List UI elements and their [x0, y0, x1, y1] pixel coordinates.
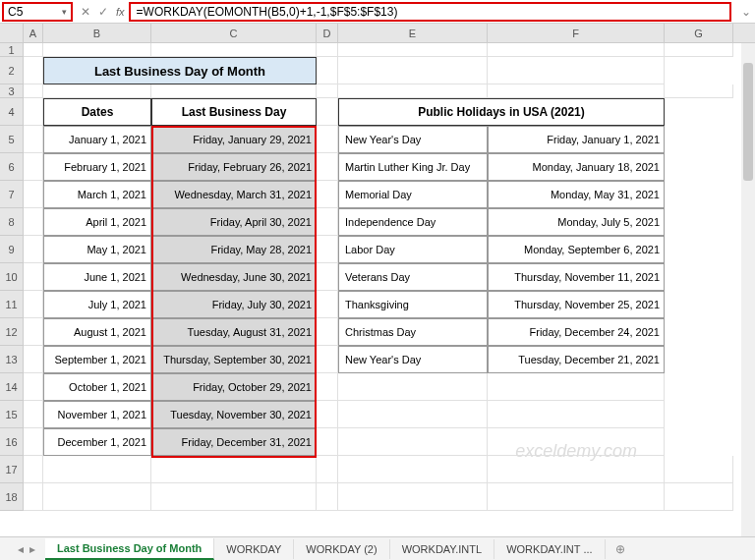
select-all-corner[interactable] — [0, 24, 24, 42]
holiday-name-cell[interactable]: Thanksgiving — [338, 291, 488, 318]
cell[interactable] — [317, 84, 338, 98]
header-holidays[interactable]: Public Holidays in USA (2021) — [338, 98, 665, 126]
col-header-a[interactable]: A — [24, 24, 43, 42]
chevron-down-icon[interactable]: ▾ — [62, 7, 67, 17]
enter-icon[interactable]: ✓ — [98, 5, 108, 19]
date-cell[interactable]: February 1, 2021 — [43, 153, 151, 181]
cell[interactable] — [338, 428, 488, 456]
cell[interactable] — [317, 428, 338, 456]
col-header-d[interactable]: D — [317, 24, 338, 42]
row-header[interactable]: 9 — [0, 236, 24, 263]
row-header[interactable]: 13 — [0, 346, 24, 373]
cell[interactable] — [338, 373, 488, 401]
date-cell[interactable]: August 1, 2021 — [43, 318, 151, 346]
cell[interactable] — [338, 84, 488, 98]
row-header[interactable]: 5 — [0, 126, 24, 153]
cell[interactable] — [488, 43, 665, 57]
cell[interactable] — [24, 373, 43, 401]
holiday-name-cell[interactable]: New Year's Day — [338, 126, 488, 153]
row-header[interactable]: 16 — [0, 428, 24, 456]
header-dates[interactable]: Dates — [43, 98, 151, 126]
lbd-cell[interactable]: Friday, April 30, 2021 — [151, 208, 317, 236]
cell[interactable] — [665, 43, 733, 57]
cell[interactable] — [24, 43, 43, 57]
cell[interactable] — [317, 456, 338, 483]
tab-last-business-day[interactable]: Last Business Day of Month — [45, 538, 214, 560]
holiday-date-cell[interactable]: Monday, September 6, 2021 — [488, 236, 665, 263]
col-header-c[interactable]: C — [151, 24, 317, 42]
lbd-cell[interactable]: Friday, July 30, 2021 — [151, 291, 317, 318]
cell[interactable] — [665, 483, 733, 511]
cell[interactable] — [488, 57, 665, 84]
cell[interactable] — [317, 401, 338, 428]
row-header[interactable]: 3 — [0, 84, 24, 98]
cell[interactable] — [317, 57, 338, 84]
row-header[interactable]: 1 — [0, 43, 24, 57]
holiday-date-cell[interactable]: Tuesday, December 21, 2021 — [488, 346, 665, 373]
cell[interactable] — [317, 126, 338, 153]
cell[interactable] — [317, 483, 338, 511]
cell[interactable] — [24, 153, 43, 181]
date-cell[interactable]: January 1, 2021 — [43, 126, 151, 153]
col-header-b[interactable]: B — [43, 24, 151, 42]
lbd-cell[interactable]: Friday, May 28, 2021 — [151, 236, 317, 263]
row-header[interactable]: 8 — [0, 208, 24, 236]
row-header[interactable]: 11 — [0, 291, 24, 318]
cell[interactable] — [338, 43, 488, 57]
cell[interactable] — [151, 456, 317, 483]
cell[interactable] — [43, 84, 151, 98]
cell[interactable] — [338, 401, 488, 428]
row-header[interactable]: 15 — [0, 401, 24, 428]
date-cell[interactable]: September 1, 2021 — [43, 346, 151, 373]
row-header[interactable]: 18 — [0, 483, 24, 511]
cell[interactable] — [317, 318, 338, 346]
lbd-cell[interactable]: Thursday, September 30, 2021 — [151, 346, 317, 373]
cell[interactable] — [24, 126, 43, 153]
cell[interactable] — [317, 263, 338, 291]
cell[interactable] — [24, 318, 43, 346]
cell[interactable] — [338, 483, 488, 511]
spreadsheet-grid[interactable]: exceldemy.com 12Last Business Day of Mon… — [0, 43, 755, 511]
date-cell[interactable]: March 1, 2021 — [43, 181, 151, 208]
lbd-cell[interactable]: Friday, December 31, 2021 — [151, 428, 317, 456]
lbd-cell[interactable]: Friday, February 26, 2021 — [151, 153, 317, 181]
date-cell[interactable]: October 1, 2021 — [43, 373, 151, 401]
date-cell[interactable]: July 1, 2021 — [43, 291, 151, 318]
holiday-date-cell[interactable]: Friday, January 1, 2021 — [488, 126, 665, 153]
row-header[interactable]: 4 — [0, 98, 24, 126]
cell[interactable] — [317, 208, 338, 236]
cell[interactable] — [43, 483, 151, 511]
tab-workday-2[interactable]: WORKDAY (2) — [294, 539, 389, 559]
holiday-date-cell[interactable]: Thursday, November 11, 2021 — [488, 263, 665, 291]
holiday-name-cell[interactable]: Christmas Day — [338, 318, 488, 346]
row-header[interactable]: 10 — [0, 263, 24, 291]
cell[interactable] — [43, 43, 151, 57]
holiday-name-cell[interactable]: New Year's Day — [338, 346, 488, 373]
holiday-date-cell[interactable]: Monday, January 18, 2021 — [488, 153, 665, 181]
cell[interactable] — [338, 456, 488, 483]
row-header[interactable]: 12 — [0, 318, 24, 346]
cell[interactable] — [488, 373, 665, 401]
cell[interactable] — [338, 57, 488, 84]
cell[interactable] — [24, 181, 43, 208]
cell[interactable] — [24, 291, 43, 318]
cell[interactable] — [317, 346, 338, 373]
expand-formula-icon[interactable]: ⌄ — [737, 5, 755, 19]
holiday-name-cell[interactable]: Veterans Day — [338, 263, 488, 291]
cell[interactable] — [488, 483, 665, 511]
cell[interactable] — [317, 43, 338, 57]
cell[interactable] — [665, 456, 733, 483]
add-sheet-icon[interactable]: ⊕ — [606, 542, 635, 556]
holiday-date-cell[interactable]: Monday, May 31, 2021 — [488, 181, 665, 208]
date-cell[interactable]: November 1, 2021 — [43, 401, 151, 428]
lbd-cell[interactable]: Wednesday, March 31, 2021 — [151, 181, 317, 208]
vertical-scrollbar[interactable] — [741, 43, 755, 536]
cell[interactable] — [24, 84, 43, 98]
tab-workday-int-more[interactable]: WORKDAY.INT ... — [494, 539, 605, 559]
date-cell[interactable]: June 1, 2021 — [43, 263, 151, 291]
cell[interactable] — [317, 153, 338, 181]
cell[interactable] — [488, 401, 665, 428]
lbd-cell[interactable]: Friday, October 29, 2021 — [151, 373, 317, 401]
holiday-date-cell[interactable]: Monday, July 5, 2021 — [488, 208, 665, 236]
cell[interactable] — [665, 84, 733, 98]
